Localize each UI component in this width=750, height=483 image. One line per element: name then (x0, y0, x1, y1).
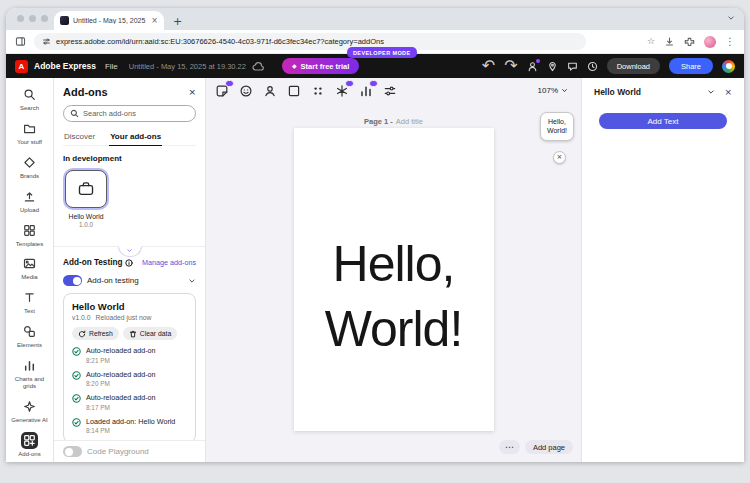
search-add-ons-input[interactable] (83, 109, 189, 118)
brand-name: Adobe Express (34, 61, 96, 71)
more-options-button[interactable]: ⋯ (499, 440, 520, 454)
document-title[interactable]: Untitled - May 15, 2025 at 19.30.22 (129, 62, 246, 71)
sidebar-item-add-ons[interactable]: Add-ons (7, 429, 53, 461)
search-icon (21, 86, 38, 103)
addon-testing-toggle-label: Add-on testing (87, 276, 139, 285)
rainbow-app-icon[interactable] (722, 60, 735, 73)
header-actions: ↶ ↷ Download Share (482, 58, 735, 74)
panel-title: Add-ons (63, 86, 108, 98)
new-tab-button[interactable]: + (173, 16, 182, 27)
notification-badge (225, 80, 234, 87)
downloads-icon[interactable] (664, 36, 675, 47)
profile-avatar[interactable] (704, 36, 716, 48)
log-entry: Auto-reloaded add-on8:21 PM (72, 346, 187, 364)
chevron-down-icon[interactable] (188, 277, 196, 285)
download-button[interactable]: Download (607, 58, 660, 74)
code-playground-toggle[interactable] (63, 446, 82, 457)
add-text-button[interactable]: Add Text (599, 113, 727, 129)
chart-icon[interactable] (358, 83, 374, 99)
pattern-icon[interactable] (310, 83, 326, 99)
add-page-button[interactable]: Add page (525, 440, 573, 454)
sidebar-item-templates[interactable]: Templates (7, 219, 53, 251)
zoom-level: 107% (538, 86, 558, 95)
panel-tabs: Discover Your add-ons (63, 130, 196, 146)
tab-search-chevron-icon[interactable] (727, 14, 735, 22)
smiley-icon[interactable] (238, 83, 254, 99)
folder-icon (21, 120, 38, 137)
add-ons-icon (21, 432, 38, 449)
sidebar-item-brands[interactable]: Brands (7, 151, 53, 183)
code-playground-row: Code Playground (54, 440, 205, 462)
sidebar-item-elements[interactable]: Elements (7, 320, 53, 352)
artboard-text[interactable]: Hello, World! (300, 232, 488, 362)
addon-preview-bubble[interactable]: Hello, World! (540, 112, 574, 141)
tab-favicon (60, 16, 69, 25)
pin-icon[interactable] (547, 61, 558, 72)
window-controls[interactable] (17, 15, 48, 22)
version-history-icon[interactable] (587, 61, 598, 72)
developer-mode-badge: DEVELOPER MODE (347, 47, 417, 58)
address-bar[interactable]: express.adobe.com/id/urn:aaid:sc:EU:3067… (34, 33, 586, 50)
presence-icon[interactable] (527, 61, 538, 72)
close-tab-icon[interactable]: × (151, 17, 158, 25)
log-entry: Auto-reloaded add-on8:20 PM (72, 370, 187, 388)
sticker-icon[interactable] (214, 83, 230, 99)
url-text: express.adobe.com/id/urn:aaid:sc:EU:3067… (56, 37, 384, 46)
window-control-dot[interactable] (29, 15, 36, 22)
share-button[interactable]: Share (669, 58, 713, 74)
sidebar-item-text[interactable]: Text (7, 286, 53, 318)
side-panel-icon[interactable] (15, 36, 26, 47)
check-circle-icon (72, 347, 81, 356)
addon-tile-hello-world[interactable] (65, 170, 107, 208)
shapes-icon (21, 323, 38, 340)
file-menu[interactable]: File (105, 62, 118, 71)
in-development-heading: In development (63, 154, 196, 163)
comments-icon[interactable] (567, 61, 578, 72)
undo-icon[interactable]: ↶ (482, 58, 495, 74)
redo-icon[interactable]: ↷ (504, 58, 517, 74)
close-panel-icon[interactable]: × (188, 88, 196, 97)
frame-icon[interactable] (286, 83, 302, 99)
sidebar-item-upload[interactable]: Upload (7, 185, 53, 217)
sidebar-item-media[interactable]: Media (7, 252, 53, 284)
extensions-icon[interactable] (684, 36, 695, 47)
notification-badge (345, 80, 354, 87)
refresh-button[interactable]: Refresh (72, 327, 119, 340)
close-addon-panel-icon[interactable]: × (724, 88, 732, 97)
browser-menu-icon[interactable]: ⋮ (725, 37, 735, 47)
image-icon (21, 255, 38, 272)
sidebar-item-generative-ai[interactable]: Generative AI (7, 395, 53, 427)
browser-tab[interactable]: Untitled - May 15, 2025 at 1... × (54, 11, 164, 30)
chevron-down-icon[interactable] (707, 88, 715, 96)
sidebar-item-charts-and-grids[interactable]: Charts and grids (7, 354, 53, 393)
start-free-trial-button[interactable]: ◆Start free trial (282, 58, 359, 74)
collapse-handle[interactable] (118, 246, 142, 257)
addon-card-status: Reloaded just now (96, 314, 152, 321)
site-settings-icon[interactable] (42, 37, 51, 46)
bubble-close-button[interactable]: × (553, 151, 566, 164)
addon-tile-version: 1.0.0 (65, 221, 107, 228)
search-add-ons-box[interactable] (63, 105, 196, 122)
window-control-dot[interactable] (17, 15, 24, 22)
bar-chart-icon (21, 357, 38, 374)
clear-data-button[interactable]: Clear data (123, 327, 177, 340)
manage-add-ons-link[interactable]: Manage add-ons (142, 258, 196, 267)
sidebar-item-search[interactable]: Search (7, 83, 53, 115)
grid-icon (21, 222, 38, 239)
adjust-icon[interactable] (382, 83, 398, 99)
artboard-page[interactable]: Hello, World! (294, 128, 494, 431)
asterisk-icon[interactable] (334, 83, 350, 99)
bookmark-star-icon[interactable]: ☆ (647, 37, 655, 46)
add-title-hint[interactable]: Add title (396, 117, 423, 126)
sidebar-item-your-stuff[interactable]: Your stuff (7, 117, 53, 149)
addon-testing-toggle[interactable] (63, 275, 82, 286)
avatar-icon[interactable] (262, 83, 278, 99)
adobe-express-logo: A (15, 60, 28, 73)
tab-your-add-ons[interactable]: Your add-ons (109, 130, 162, 146)
info-icon[interactable] (125, 259, 133, 267)
zoom-control[interactable]: 107% (538, 86, 568, 95)
window-control-dot[interactable] (41, 15, 48, 22)
canvas-toolbar (214, 83, 398, 99)
tab-discover[interactable]: Discover (63, 130, 96, 145)
tab-strip: Untitled - May 15, 2025 at 1... × + (6, 8, 744, 30)
